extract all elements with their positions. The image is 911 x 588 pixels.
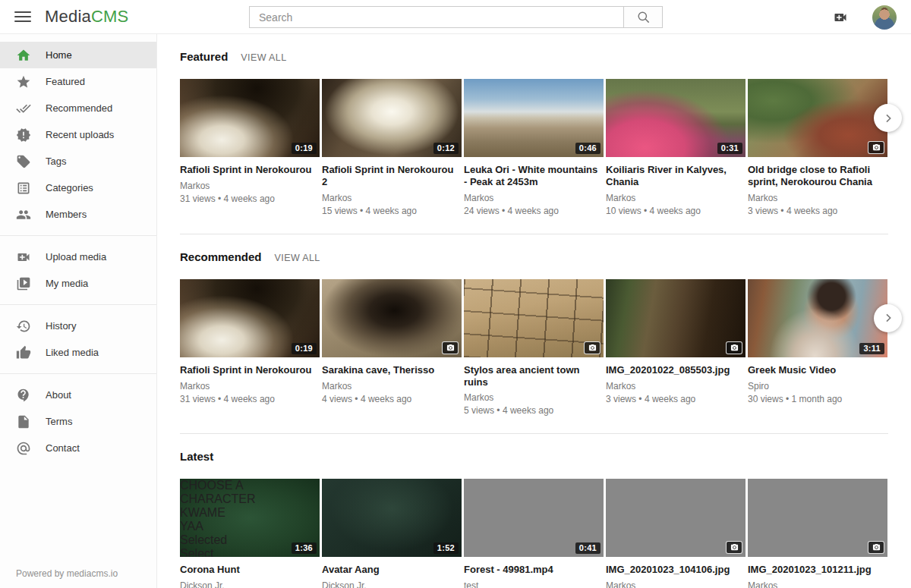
sidebar-item-liked-media[interactable]: Liked media [0,339,156,366]
media-author[interactable]: Dickson Jr. [180,580,320,588]
media-author[interactable]: Markos [606,193,746,203]
media-author[interactable]: Markos [464,392,604,403]
media-thumbnail[interactable] [748,79,887,157]
sidebar-item-contact[interactable]: Contact [0,435,156,461]
media-thumbnail[interactable]: 0:46 [464,79,604,157]
sidebar-item-categories[interactable]: Categories [0,175,156,201]
sidebar-item-featured[interactable]: Featured [0,68,156,95]
at-sign-icon [16,441,31,456]
media-thumbnail[interactable]: 0:41 [464,479,604,557]
upload-media-icon[interactable] [830,10,851,25]
media-thumbnail[interactable]: 0:12 [322,79,462,157]
media-card[interactable]: 0:12 Rafioli Sprint in Nerokourou 2 Mark… [322,79,462,216]
media-thumbnail[interactable]: 1:52 [322,479,462,557]
sidebar-item-about[interactable]: About [0,382,156,408]
media-thumbnail[interactable]: 3:11 [748,279,887,357]
media-author[interactable]: Markos [322,193,462,203]
sidebar-item-upload-media[interactable]: Upload media [0,244,156,270]
media-thumbnail[interactable] [464,279,604,357]
media-card[interactable]: 0:41 Forest - 49981.mp4 test 17 views • … [464,479,604,588]
media-card[interactable]: 0:31 Koiliaris River in Kalyves, Chania … [606,79,746,216]
media-card[interactable]: CHOOSE A CHARACTER KWAME YAA Selected Se… [180,479,320,588]
sidebar-item-members[interactable]: Members [0,201,156,228]
media-author[interactable]: test [464,580,604,588]
sidebar-item-home[interactable]: Home [0,42,156,68]
media-author[interactable]: Markos [606,381,746,391]
media-title[interactable]: Rafioli Sprint in Nerokourou [180,164,320,176]
media-title[interactable]: Rafioli Sprint in Nerokourou 2 [322,164,462,188]
search-button[interactable] [623,6,663,28]
media-author[interactable]: Markos [464,193,604,203]
media-card[interactable]: Sarakina cave, Therisso Markos 4 views •… [322,279,462,417]
next-arrow-button[interactable] [874,304,902,332]
media-card[interactable]: 0:19 Rafioli Sprint in Nerokourou Markos… [180,279,320,417]
search-input[interactable] [249,6,623,28]
duration-badge: 1:52 [433,542,459,554]
media-thumbnail[interactable] [606,279,746,357]
media-title[interactable]: Leuka Ori - White mountains - Peak at 24… [464,164,604,188]
media-title[interactable]: Corona Hunt [180,564,320,576]
media-card[interactable]: 1:52 Avatar Aang Dickson Jr. 12 views • … [322,479,462,588]
media-title[interactable]: IMG_20201023_101211.jpg [748,564,887,576]
media-thumbnail[interactable] [606,479,746,557]
search-bar [249,6,663,28]
media-title[interactable]: IMG_20201022_085503.jpg [606,364,746,376]
media-author[interactable]: Spiro [748,381,887,391]
sidebar-item-my-media[interactable]: My media [0,270,156,297]
search-icon [636,10,651,24]
sidebar-item-label: My media [46,278,88,289]
mediacms-logo[interactable]: MediaCMS [45,7,128,27]
media-title[interactable]: Stylos area ancient town ruins [464,364,604,388]
view-all-link[interactable]: VIEW ALL [275,253,320,263]
media-title[interactable]: Old bridge close to Rafioli sprint, Nero… [748,164,887,188]
sidebar-divider [0,373,156,374]
media-author[interactable]: Markos [748,193,887,203]
media-card[interactable]: 0:46 Leuka Ori - White mountains - Peak … [464,79,604,216]
hamburger-menu-icon[interactable] [14,11,31,22]
media-thumbnail[interactable]: CHOOSE A CHARACTER KWAME YAA Selected Se… [180,479,320,557]
sidebar-item-label: Home [46,49,72,61]
sidebar-item-history[interactable]: History [0,313,156,339]
view-all-link[interactable]: VIEW ALL [241,52,286,63]
user-avatar[interactable] [872,5,897,30]
media-card[interactable]: IMG_20201022_085503.jpg Markos 3 views •… [606,279,746,417]
media-title[interactable]: IMG_20201023_104106.jpg [606,564,746,576]
media-card[interactable]: IMG_20201023_101211.jpg Markos 4 views •… [748,479,887,588]
media-title[interactable]: Koiliaris River in Kalyves, Chania [606,164,746,188]
media-thumbnail[interactable] [322,279,462,357]
media-meta: 24 views • 4 weeks ago [464,206,604,216]
sidebar-item-recent-uploads[interactable]: Recent uploads [0,121,156,148]
duration-badge: 0:46 [575,143,601,154]
sidebar-item-recommended[interactable]: Recommended [0,95,156,121]
sidebar-item-tags[interactable]: Tags [0,148,156,175]
media-author[interactable]: Dickson Jr. [322,580,462,588]
media-thumbnail[interactable]: 0:19 [180,79,320,157]
media-card[interactable]: 3:11 Greek Music Video Spiro 30 views • … [748,279,887,417]
media-card[interactable]: Stylos area ancient town ruins Markos 5 … [464,279,604,417]
media-title[interactable]: Greek Music Video [748,364,887,376]
media-thumbnail[interactable] [748,479,887,557]
media-author[interactable]: Markos [180,381,320,391]
media-author[interactable]: Markos [748,580,887,588]
sidebar-item-label: History [46,320,76,332]
media-title[interactable]: Rafioli Sprint in Nerokourou [180,364,320,376]
media-title[interactable]: Forest - 49981.mp4 [464,564,604,576]
media-card[interactable]: Old bridge close to Rafioli sprint, Nero… [748,79,887,216]
photo-badge [726,541,742,554]
duration-badge: 0:19 [292,343,317,354]
media-card[interactable]: IMG_20201023_104106.jpg Markos 4 views •… [606,479,746,588]
sidebar-item-label: Recent uploads [46,129,114,140]
media-author[interactable]: Markos [180,181,320,191]
media-card[interactable]: 0:19 Rafioli Sprint in Nerokourou Markos… [180,79,320,216]
camera-icon [446,344,455,352]
media-thumbnail[interactable]: 0:19 [180,279,320,357]
chevron-right-icon [882,312,894,324]
media-title[interactable]: Sarakina cave, Therisso [322,364,462,376]
sidebar-item-terms[interactable]: Terms [0,408,156,435]
media-thumbnail[interactable]: 0:31 [606,79,746,157]
media-author[interactable]: Markos [606,580,746,588]
media-title[interactable]: Avatar Aang [322,564,462,576]
next-arrow-button[interactable] [874,104,902,132]
header-actions [830,0,911,34]
media-author[interactable]: Markos [322,381,462,391]
